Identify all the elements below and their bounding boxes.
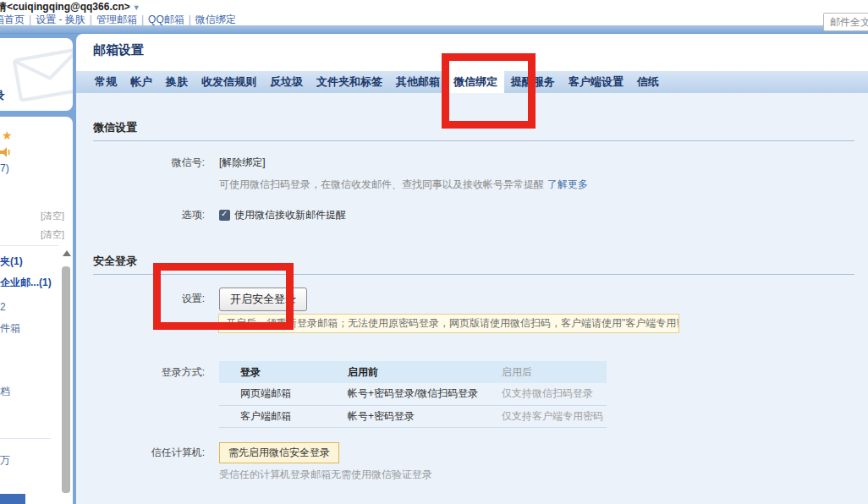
wechat-notify-checkbox[interactable] xyxy=(219,210,230,221)
sidebar-item-mailbox[interactable]: 件箱 xyxy=(0,321,20,336)
nav-link-home[interactable]: 箱首页 xyxy=(0,14,25,25)
wechat-id-row: 微信号: [解除绑定] xyxy=(76,156,868,170)
login-methods-row: 登录方式: 登录 启用前 启用后 网页端邮箱 xyxy=(76,361,868,428)
wechat-description-text: 可使用微信扫码登录，在微信收发邮件、查找同事以及接收帐号异常提醒 xyxy=(219,178,544,190)
envelope-icon xyxy=(8,43,73,104)
col-header-before: 启用前 xyxy=(327,361,481,383)
cell-client-after: 仅支持客户端专用密码 xyxy=(481,405,607,427)
sidebar-item[interactable]: 万 xyxy=(0,453,10,468)
options-label: 选项: xyxy=(76,208,205,222)
sidebar-top-label: 录 xyxy=(0,89,5,104)
search-placeholder: 邮件全文搜索 xyxy=(830,15,868,30)
tab-mail-rules[interactable]: 收发信规则 xyxy=(195,71,263,93)
secure-login-warning: 开启后，须重新登录邮箱；无法使用原密码登录，网页版请使用微信扫码，客户端请使用"… xyxy=(218,314,679,333)
tab-content-wechat-binding: 微信设置 微信号: [解除绑定] 可使用微信扫码登录，在微信收发邮件、查找同事以… xyxy=(76,93,868,504)
nav-separator: | xyxy=(141,14,144,25)
col-header-after: 启用后 xyxy=(481,361,607,383)
learn-more-link[interactable]: 了解更多 xyxy=(547,178,588,190)
sidebar-item-enterprise-mail[interactable]: 企业邮...(1) xyxy=(0,276,52,290)
section-title-wechat-settings: 微信设置 xyxy=(93,120,854,141)
wechat-notify-checkbox-label: 使用微信接收新邮件提醒 xyxy=(234,208,346,222)
speaker-icon[interactable] xyxy=(0,147,12,157)
scrollbar-up-icon[interactable] xyxy=(63,250,71,256)
sidebar-top-panel: 录 xyxy=(0,38,73,111)
tab-antispam[interactable]: 反垃圾 xyxy=(263,71,310,93)
nav-link-qqmail[interactable]: QQ邮箱 xyxy=(148,14,184,25)
sidebar-divider xyxy=(0,245,59,246)
settings-tabbar: 常规 帐户 换肤 收发信规则 反垃圾 文件夹和标签 其他邮箱 微信绑定 提醒服务… xyxy=(76,71,868,93)
qqmail-settings-page: 情<cuiqingqing@qq366.cn>▼ 箱首页|设置 - 换肤|管理邮… xyxy=(0,0,868,504)
bottom-left-block xyxy=(0,494,25,504)
cell-client-mail: 客户端邮箱 xyxy=(219,405,327,427)
nav-link-wechat-bind[interactable]: 微信绑定 xyxy=(195,14,236,25)
tab-skin[interactable]: 换肤 xyxy=(159,71,195,93)
table-row: 网页端邮箱 帐号+密码登录/微信扫码登录 仅支持微信扫码登录 xyxy=(219,383,607,405)
tab-reminder-service[interactable]: 提醒服务 xyxy=(504,71,562,93)
col-header-login: 登录 xyxy=(219,361,327,383)
nav-separator: | xyxy=(189,14,191,25)
wechat-description: 可使用微信扫码登录，在微信收发邮件、查找同事以及接收帐号异常提醒了解更多 xyxy=(219,178,588,192)
security-setting-label: 设置: xyxy=(76,288,205,311)
login-methods-table: 登录 启用前 启用后 网页端邮箱 帐号+密码登录/微信扫码登录 仅支持微信扫码登… xyxy=(219,361,607,428)
sidebar-item[interactable]: 2 xyxy=(0,301,6,313)
login-methods-label: 登录方式: xyxy=(76,361,205,428)
nav-link-manage-mail[interactable]: 管理邮箱 xyxy=(96,14,137,25)
cell-web-before: 帐号+密码登录/微信扫码登录 xyxy=(327,383,481,405)
tab-wechat-binding[interactable]: 微信绑定 xyxy=(447,71,504,93)
cell-web-mail: 网页端邮箱 xyxy=(219,383,327,405)
top-blue-divider xyxy=(0,25,868,34)
account-email: 情<cuiqingqing@qq366.cn> xyxy=(0,1,130,13)
cell-client-before: 帐号+密码登录 xyxy=(327,405,481,427)
security-setting-row: 设置: 开启安全登录 xyxy=(76,288,868,311)
trusted-computer-label: 信任计算机: xyxy=(76,442,205,463)
page-body: 录 ★ 7) [清空] [清空] 夹(1) 企业邮...(1) 2 件箱 档 万 xyxy=(0,34,868,504)
sidebar-divider xyxy=(0,438,51,439)
table-row: 客户端邮箱 帐号+密码登录 仅支持客户端专用密码 xyxy=(219,405,607,427)
clear-link[interactable]: [清空] xyxy=(41,210,64,222)
trusted-computer-disabled-button: 需先启用微信安全登录 xyxy=(219,442,339,463)
nav-separator: | xyxy=(29,14,31,25)
tab-other-mailboxes[interactable]: 其他邮箱 xyxy=(389,71,447,93)
section-title-security-login: 安全登录 xyxy=(93,254,854,275)
sidebar-item-folder[interactable]: 夹(1) xyxy=(0,255,23,269)
account-dropdown-icon[interactable]: ▼ xyxy=(133,3,140,12)
tab-general[interactable]: 常规 xyxy=(88,71,124,93)
sidebar-item-archive[interactable]: 档 xyxy=(0,385,10,399)
settings-main-panel: 邮箱设置 常规 帐户 换肤 收发信规则 反垃圾 文件夹和标签 其他邮箱 微信绑定… xyxy=(76,34,868,504)
star-icon[interactable]: ★ xyxy=(2,129,13,142)
enable-secure-login-button[interactable]: 开启安全登录 xyxy=(219,288,307,311)
nav-link-settings-skin[interactable]: 设置 - 换肤 xyxy=(36,14,85,25)
sidebar-scrollbar[interactable] xyxy=(62,266,70,493)
trusted-computer-row: 信任计算机: 需先启用微信安全登录 xyxy=(76,442,868,463)
page-title: 邮箱设置 xyxy=(93,42,144,58)
search-input[interactable]: 邮件全文搜索 xyxy=(823,13,868,31)
wechat-id-label: 微信号: xyxy=(76,156,205,170)
unread-count-fragment: 7) xyxy=(0,162,9,174)
tab-client-settings[interactable]: 客户端设置 xyxy=(562,71,630,93)
cell-web-after: 仅支持微信扫码登录 xyxy=(481,383,607,405)
trusted-computer-description: 受信任的计算机登录邮箱无需使用微信验证登录 xyxy=(219,468,432,482)
tab-stationery[interactable]: 信纸 xyxy=(630,71,666,93)
tab-account[interactable]: 帐户 xyxy=(124,71,159,93)
unbind-link[interactable]: [解除绑定] xyxy=(219,156,266,170)
sidebar-folder-panel: ★ 7) [清空] [清空] 夹(1) 企业邮...(1) 2 件箱 档 万 xyxy=(0,117,73,504)
clear-link[interactable]: [清空] xyxy=(41,228,64,241)
table-header-row: 登录 启用前 启用后 xyxy=(219,361,607,383)
nav-separator: | xyxy=(90,14,92,25)
options-row: 选项: 使用微信接收新邮件提醒 xyxy=(76,208,868,222)
top-header: 情<cuiqingqing@qq366.cn>▼ 箱首页|设置 - 换肤|管理邮… xyxy=(0,0,868,25)
tab-folders-labels[interactable]: 文件夹和标签 xyxy=(310,71,389,93)
